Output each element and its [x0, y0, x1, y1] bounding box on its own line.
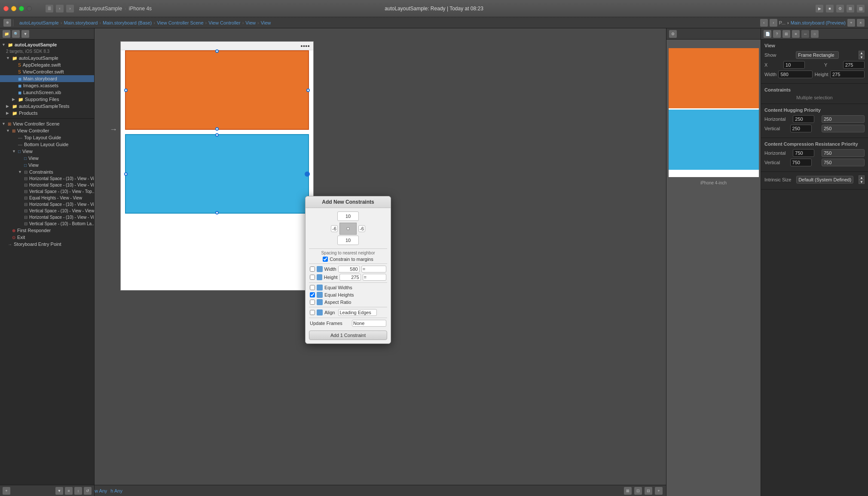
- sidebar-item-autolayoutsample[interactable]: ▼ 📁 autoLayoutSample: [0, 41, 94, 48]
- align-checkbox[interactable]: [310, 310, 315, 315]
- intrinsic-stepper-up[interactable]: ▲: [859, 175, 865, 180]
- stop-icon[interactable]: ■: [826, 5, 834, 12]
- preview-settings-icon[interactable]: ⚙: [669, 30, 677, 38]
- intrinsic-stepper-down[interactable]: ▼: [859, 180, 865, 184]
- bc-view1[interactable]: View: [245, 20, 256, 25]
- file-inspector-icon[interactable]: 📄: [764, 30, 771, 38]
- refresh-icon[interactable]: ↺: [84, 487, 92, 495]
- sidebar-top-guide[interactable]: — Top Layout Guide: [0, 134, 94, 141]
- bc-autolayout[interactable]: autoLayoutSample: [19, 20, 59, 25]
- bc-view2[interactable]: View: [261, 20, 271, 25]
- nav-forward-icon[interactable]: ›: [66, 5, 74, 12]
- align-select[interactable]: Leading Edges Trailing Edges Top Edges B…: [338, 309, 377, 316]
- quick-help-icon[interactable]: ?: [773, 30, 781, 38]
- sidebar-constraint-2[interactable]: ⊟ Horizontal Space - (10) - View - View: [0, 182, 94, 188]
- cr-vertical-input[interactable]: [790, 159, 812, 166]
- cr-horizontal-input[interactable]: [793, 149, 814, 157]
- sidebar-constraint-4[interactable]: ⊟ Equal Heights - View - View: [0, 195, 94, 201]
- height-value-input[interactable]: [339, 274, 361, 281]
- sidebar-constraint-3[interactable]: ⊟ Vertical Space - (10) - View - Top...: [0, 188, 94, 195]
- height-select[interactable]: = ≥ ≤: [363, 274, 386, 281]
- y-input[interactable]: [843, 61, 865, 69]
- split-icon[interactable]: ⊞: [847, 5, 854, 12]
- ch-vertical-input[interactable]: [790, 125, 812, 132]
- sidebar-constraint-1[interactable]: ⊟ Horizontal Space - (10) - View - View: [0, 175, 94, 182]
- sidebar-item-tests[interactable]: ▶ 📁 autoLayoutSampleTests: [0, 103, 94, 110]
- bc-main-base[interactable]: Main.storyboard (Base): [103, 20, 152, 25]
- inspector-icon[interactable]: ▨: [857, 5, 865, 12]
- add-constraint-button[interactable]: Add 1 Constraint: [309, 331, 387, 340]
- scheme-icon[interactable]: ▶: [816, 5, 823, 12]
- width-value-input[interactable]: [338, 266, 360, 272]
- layout-icon-2[interactable]: ⊡: [634, 487, 642, 495]
- spacing-right-select[interactable]: -6 0 8: [358, 225, 365, 232]
- layout-icon-1[interactable]: ⊠: [624, 487, 632, 495]
- spacing-top-input[interactable]: [337, 211, 359, 221]
- equal-heights-checkbox[interactable]: [310, 292, 315, 297]
- filter-icon[interactable]: ▼: [55, 487, 63, 495]
- sidebar-constraint-7[interactable]: ⊟ Horizontal Space - (10) - View - View: [0, 214, 94, 220]
- sidebar-toggle-icon[interactable]: ☰: [46, 5, 53, 12]
- blue-view[interactable]: [125, 134, 309, 214]
- sidebar-item-images[interactable]: ◼ Images.xcassets: [0, 82, 94, 89]
- sidebar-first-responder[interactable]: ⊕ First Responder: [0, 227, 94, 234]
- connections-inspector-icon[interactable]: ○: [811, 30, 819, 38]
- add-item-icon[interactable]: +: [3, 487, 10, 495]
- ch-horizontal-select[interactable]: 250 750 1000: [822, 115, 865, 123]
- sidebar-bottom-guide[interactable]: — Bottom Layout Guide: [0, 141, 94, 148]
- constrain-margins-checkbox[interactable]: [323, 257, 328, 262]
- cr-horizontal-select[interactable]: 750 250 1000: [822, 149, 865, 157]
- sidebar-view-2[interactable]: □ View: [0, 162, 94, 168]
- bc-vc-scene[interactable]: View Controller Scene: [157, 20, 204, 25]
- width-select[interactable]: = ≥ ≤: [361, 266, 386, 272]
- sidebar-folder-icon[interactable]: 📁: [3, 30, 10, 38]
- attr-inspector-icon[interactable]: ≡: [792, 30, 800, 38]
- minimize-button[interactable]: [11, 6, 16, 11]
- width-checkbox[interactable]: [310, 266, 315, 272]
- hierarchy-icon[interactable]: ≡: [65, 487, 73, 495]
- x-input[interactable]: [783, 61, 805, 69]
- show-stepper-up[interactable]: ▲: [859, 51, 865, 55]
- height-input[interactable]: [830, 70, 865, 78]
- sidebar-constraint-5[interactable]: ⊟ Horizontal Space - (10) - View - View: [0, 201, 94, 208]
- sidebar-item-group[interactable]: ▼ 📁 autoLayoutSample: [0, 55, 94, 61]
- size-inspector-icon[interactable]: ↔: [801, 30, 809, 38]
- identity-inspector-icon[interactable]: ⊞: [782, 30, 790, 38]
- close-button[interactable]: [3, 6, 9, 11]
- sidebar-vc[interactable]: ▼ ⊞ View Controller: [0, 127, 94, 134]
- settings-icon[interactable]: ⚙: [836, 5, 844, 12]
- cr-vertical-select[interactable]: 750 250 1000: [822, 159, 865, 166]
- add-view-icon[interactable]: +: [655, 487, 663, 495]
- orange-view[interactable]: [125, 50, 309, 130]
- height-any[interactable]: h Any: [110, 488, 122, 493]
- sidebar-constraints[interactable]: ▼ ⊟ Constraints: [0, 168, 94, 175]
- sidebar-constraint-6[interactable]: ⊟ Vertical Space - (10) - View - View: [0, 208, 94, 214]
- sidebar-search-icon[interactable]: 🔍: [12, 30, 20, 38]
- bc-main-storyboard[interactable]: Main.storyboard: [64, 20, 98, 25]
- sidebar-item-main-storyboard[interactable]: ◼ Main.storyboard: [0, 75, 94, 82]
- sidebar-view-1[interactable]: □ View: [0, 155, 94, 162]
- maximize-button[interactable]: [19, 6, 24, 11]
- sidebar-constraint-8[interactable]: ⊟ Vertical Space - (10) - Bottom La...: [0, 220, 94, 227]
- ch-vertical-select[interactable]: 250 750 1000: [822, 125, 865, 132]
- preview-nav-back[interactable]: ‹: [760, 19, 768, 27]
- sidebar-item-viewcontroller[interactable]: S ViewController.swift: [0, 68, 94, 75]
- show-select[interactable]: Frame Rectangle Bounds Rectangle: [796, 51, 839, 59]
- preview-add-icon[interactable]: +: [847, 19, 855, 27]
- sidebar-item-appdelegate[interactable]: S AppDelegate.swift: [0, 61, 94, 68]
- width-any[interactable]: w Any: [95, 488, 107, 493]
- fullscreen-button[interactable]: [27, 6, 32, 11]
- ch-horizontal-input[interactable]: [793, 115, 814, 123]
- sidebar-item-supporting[interactable]: ▶ 📁 Supporting Files: [0, 96, 94, 103]
- intrinsic-select[interactable]: Default (System Defined) Placeholder: [796, 176, 853, 184]
- spacing-bottom-input[interactable]: [337, 236, 359, 245]
- update-frames-select[interactable]: None Items of New Constraints All Frames…: [352, 320, 386, 327]
- show-stepper-down[interactable]: ▼: [859, 55, 865, 59]
- aspect-ratio-checkbox[interactable]: [310, 300, 315, 305]
- equal-widths-checkbox[interactable]: [310, 285, 315, 290]
- height-checkbox[interactable]: [310, 275, 315, 280]
- nav-back-icon[interactable]: ‹: [56, 5, 64, 12]
- sidebar-item-products[interactable]: ▶ 📁 Products: [0, 110, 94, 116]
- sidebar-exit[interactable]: ⊙ Exit: [0, 234, 94, 241]
- preview-nav-forward[interactable]: ›: [770, 19, 777, 27]
